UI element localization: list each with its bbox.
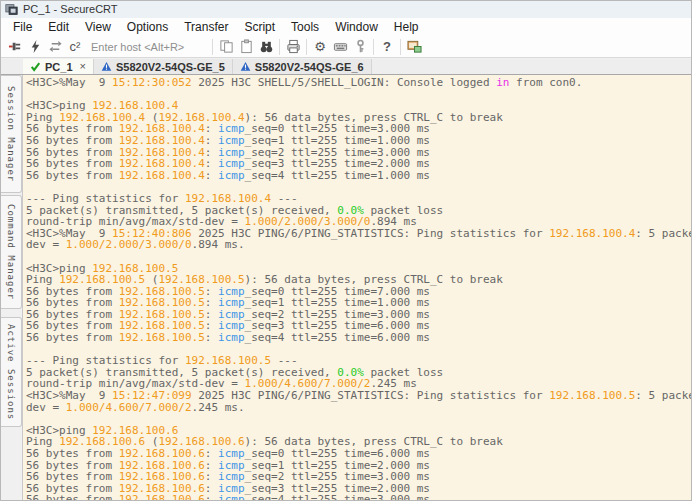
menu-options[interactable]: Options <box>119 18 176 36</box>
menu-help[interactable]: Help <box>386 18 427 36</box>
window-title: PC_1 - SecureCRT <box>23 1 118 18</box>
toolbar-separator <box>212 39 213 55</box>
key-icon <box>353 39 368 54</box>
sidebar-tab-session-manager[interactable]: Session Manager <box>1 75 22 193</box>
session-window-button[interactable] <box>404 38 424 56</box>
session-tab-pc_1[interactable]: PC_1× <box>23 59 94 74</box>
terminal-line: 56 bytes from 192.168.100.6: icmp_seq=4 … <box>26 494 691 500</box>
help-button[interactable]: ? <box>377 38 397 56</box>
find-button[interactable] <box>256 38 276 56</box>
menu-window[interactable]: Window <box>327 18 386 36</box>
toolbar-separator <box>279 39 280 55</box>
terminal-line: 56 bytes from 192.168.100.4: icmp_seq=4 … <box>26 170 691 182</box>
binoculars-icon <box>259 39 274 54</box>
host-input[interactable] <box>89 38 205 56</box>
menu-tools[interactable]: Tools <box>283 18 327 36</box>
securecrt-window: PC_1 - SecureCRT FileEditViewOptionsTran… <box>0 0 692 501</box>
menu-file[interactable]: File <box>5 18 40 36</box>
options-button[interactable]: ⚙ <box>310 38 330 56</box>
body-area: Session ManagerCommand ManagerActive Ses… <box>1 74 691 500</box>
key-agent-button[interactable] <box>350 38 370 56</box>
warning-triangle-icon <box>240 61 251 72</box>
sidebar-tab-active-sessions[interactable]: Active Sessions <box>1 317 22 427</box>
reconnect-button[interactable] <box>45 38 65 56</box>
menu-bar: FileEditViewOptionsTransferScriptToolsWi… <box>1 18 691 36</box>
clone-session-icon: c² <box>70 39 81 54</box>
session-manager-icon <box>8 39 23 54</box>
toolbar-separator <box>400 39 401 55</box>
copy-icon <box>219 39 234 54</box>
copy-button[interactable] <box>216 38 236 56</box>
lightning-icon <box>28 39 43 54</box>
connected-check-icon <box>30 61 41 72</box>
terminal-line: dev = 1.000/4.600/7.000/2.245 ms. <box>26 402 691 414</box>
menu-script[interactable]: Script <box>236 18 283 36</box>
toolbar-separator <box>306 39 307 55</box>
terminal-line: <H3C>%May 9 15:12:30:052 2025 H3C SHELL/… <box>26 77 691 89</box>
gear-icon: ⚙ <box>314 39 326 54</box>
toolbar: c² <box>1 36 691 58</box>
help-icon: ? <box>383 39 391 54</box>
menu-edit[interactable]: Edit <box>40 18 77 36</box>
session-tab-bar: PC_1×S5820V2-54QS-GE_5S5820V2-54QS-GE_6 <box>1 59 691 74</box>
toolbar-separator <box>373 39 374 55</box>
session-window-icon <box>407 39 422 54</box>
securecrt-app-icon <box>5 3 18 16</box>
terminal-line: dev = 1.000/2.000/3.000/0.894 ms. <box>26 239 691 251</box>
printer-icon <box>286 39 301 54</box>
paste-button[interactable] <box>236 38 256 56</box>
sidebar-tab-command-manager[interactable]: Command Manager <box>1 195 22 309</box>
tab-close-icon[interactable]: × <box>80 61 86 72</box>
quick-connect-button[interactable] <box>25 38 45 56</box>
sidebar: Session ManagerCommand ManagerActive Ses… <box>1 75 23 500</box>
terminal-output[interactable]: <H3C>%May 9 15:12:30:052 2025 H3C SHELL/… <box>23 75 691 500</box>
keyboard-icon <box>333 39 348 54</box>
keymap-button[interactable] <box>330 38 350 56</box>
reconnect-loop-icon <box>48 39 63 54</box>
session-manager-button[interactable] <box>5 38 25 56</box>
menu-transfer[interactable]: Transfer <box>176 18 236 36</box>
clone-session-button[interactable]: c² <box>65 38 85 56</box>
print-button[interactable] <box>283 38 303 56</box>
title-bar: PC_1 - SecureCRT <box>1 1 691 18</box>
paste-icon <box>239 39 254 54</box>
session-tab-label: S5820V2-54QS-GE_5 <box>116 61 225 73</box>
session-tab-s5820v2-54qs-ge_5[interactable]: S5820V2-54QS-GE_5 <box>94 59 233 74</box>
session-tab-label: PC_1 <box>45 61 73 73</box>
menu-view[interactable]: View <box>77 18 119 36</box>
terminal-line: 56 bytes from 192.168.100.5: icmp_seq=4 … <box>26 332 691 344</box>
session-tab-label: S5820V2-54QS-GE_6 <box>255 61 364 73</box>
warning-triangle-icon <box>101 61 112 72</box>
session-tab-s5820v2-54qs-ge_6[interactable]: S5820V2-54QS-GE_6 <box>233 59 372 74</box>
